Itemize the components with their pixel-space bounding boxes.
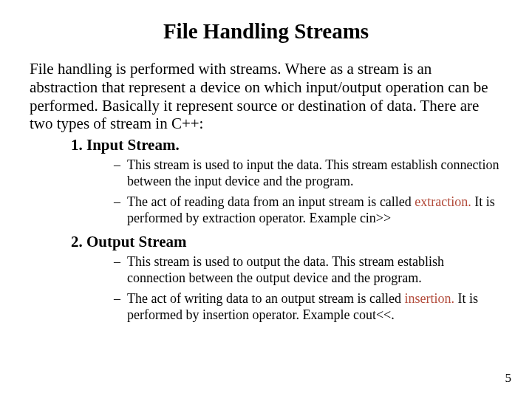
input-stream-bullet-1: This stream is used to input the data. T…: [114, 157, 502, 190]
intro-paragraph: File handling is performed with streams.…: [30, 60, 502, 133]
input-stream-bullet-2: The act of reading data from an input st…: [114, 194, 502, 227]
highlight-insertion: insertion.: [404, 291, 454, 306]
numbered-list: 1. Input Stream. This stream is used to …: [30, 136, 502, 324]
input-stream-bullets: This stream is used to input the data. T…: [71, 157, 502, 227]
text-segment: The act of reading data from an input st…: [127, 194, 415, 209]
highlight-extraction: extraction.: [415, 194, 471, 209]
output-stream-heading: 2. Output Stream: [71, 233, 502, 251]
output-stream-bullet-2: The act of writing data to an output str…: [114, 291, 502, 324]
input-stream-heading: 1. Input Stream.: [71, 136, 502, 154]
text-segment: The act of writing data to an output str…: [127, 291, 404, 306]
slide: File Handling Streams File handling is p…: [0, 0, 532, 399]
page-number: 5: [505, 371, 512, 386]
output-stream-bullet-1: This stream is used to output the data. …: [114, 254, 502, 287]
output-stream-bullets: This stream is used to output the data. …: [71, 254, 502, 324]
slide-title: File Handling Streams: [30, 19, 502, 44]
